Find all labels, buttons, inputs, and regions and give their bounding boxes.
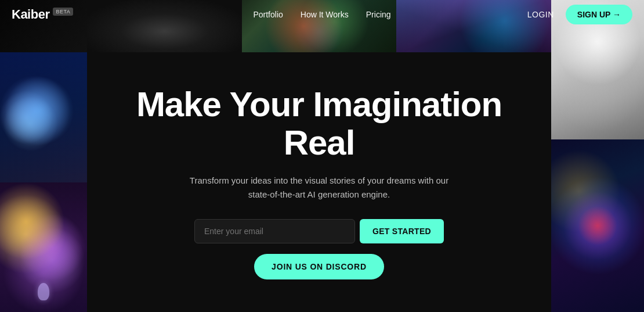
nav-link-pricing[interactable]: Pricing [366,10,391,19]
discord-button[interactable]: JOIN US ON DISCORD [254,254,384,279]
hero-section: Make Your Imagination Real Transform you… [87,52,551,312]
login-button[interactable]: LOGIN [527,10,554,19]
navbar: Kaiber BETA Portfolio How It Works Prici… [0,0,644,29]
email-input[interactable] [194,219,355,243]
logo-area: Kaiber BETA [12,7,73,22]
hero-subtitle: Transform your ideas into the visual sto… [180,174,458,202]
logo-text[interactable]: Kaiber [12,7,49,22]
nav-links: Portfolio How It Works Pricing [253,10,390,19]
beta-badge: BETA [53,8,73,16]
nav-right: LOGIN SIGN UP → [527,5,632,24]
nav-link-how-it-works[interactable]: How It Works [301,10,349,19]
signup-button[interactable]: SIGN UP → [566,5,632,24]
nav-link-portfolio[interactable]: Portfolio [253,10,283,19]
right-image-spiral [551,139,644,312]
email-row: GET STARTED [194,219,444,243]
hero-title: Make Your Imagination Real [99,85,540,162]
left-image-bottom [0,52,87,312]
get-started-button[interactable]: GET STARTED [360,219,444,243]
